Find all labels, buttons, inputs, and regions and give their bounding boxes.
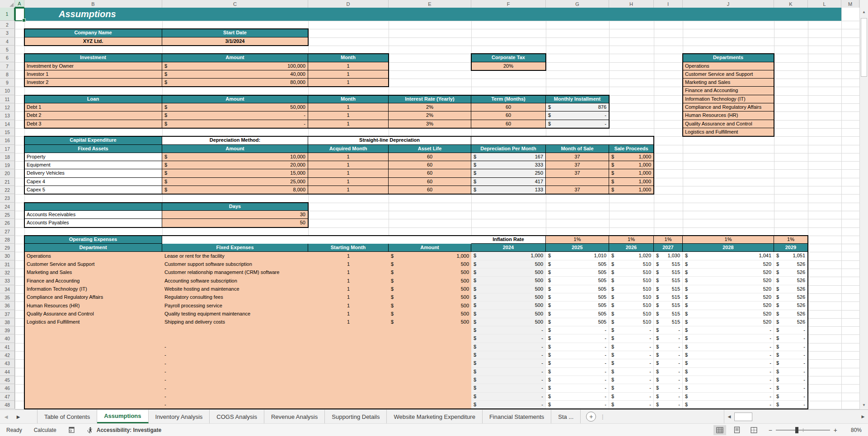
- cell-D30[interactable]: 1: [308, 252, 389, 260]
- cell-K48[interactable]: $-: [774, 401, 808, 409]
- cell-C33[interactable]: Accounting software subscription: [162, 277, 308, 285]
- cell-B11[interactable]: Loan: [24, 95, 162, 103]
- cell-J28[interactable]: 1%: [683, 236, 774, 244]
- row-header-36[interactable]: 36: [0, 301, 15, 310]
- normal-view-icon[interactable]: [713, 425, 726, 435]
- cell-G28[interactable]: 1%: [546, 236, 609, 244]
- cell-D29[interactable]: Starting Month: [308, 244, 389, 252]
- cell-E32[interactable]: $500: [389, 269, 471, 277]
- cell-B44[interactable]: [24, 368, 162, 376]
- row-header-17[interactable]: 17: [0, 145, 15, 153]
- cell-F19[interactable]: $333: [471, 161, 546, 169]
- cell-B40[interactable]: [24, 334, 162, 343]
- cell-K47[interactable]: $-: [774, 393, 808, 401]
- row-header-14[interactable]: 14: [0, 120, 15, 128]
- row-header-4[interactable]: 4: [0, 37, 15, 46]
- row-header-24[interactable]: 24: [0, 203, 15, 211]
- row-header-10[interactable]: 10: [0, 87, 15, 95]
- cell-H43[interactable]: $-: [609, 359, 654, 368]
- cell-H36[interactable]: $510: [609, 301, 654, 310]
- cell-E14[interactable]: 3%: [389, 120, 471, 128]
- cell-C13[interactable]: $-: [162, 111, 308, 120]
- cell-J47[interactable]: $-: [683, 393, 774, 401]
- row-header-42[interactable]: 42: [0, 351, 15, 359]
- cell-D6[interactable]: Month: [308, 54, 389, 62]
- row-header-2[interactable]: 2: [0, 21, 15, 29]
- cell-C48[interactable]: -: [162, 401, 308, 409]
- tab-cogs-analysis[interactable]: COGS Analysis: [210, 410, 264, 423]
- cell-D43[interactable]: [308, 359, 389, 368]
- row-header-45[interactable]: 45: [0, 376, 15, 384]
- row-header-15[interactable]: 15: [0, 128, 15, 136]
- column-header-D[interactable]: D: [308, 0, 389, 8]
- cell-B19[interactable]: Equipment: [24, 161, 162, 169]
- cell-E47[interactable]: [389, 393, 471, 401]
- cell-J10[interactable]: Finance and Accounting: [683, 87, 774, 95]
- cell-I34[interactable]: $515: [654, 285, 683, 293]
- cell-H41[interactable]: $-: [609, 343, 654, 351]
- cell-J37[interactable]: $520: [683, 310, 774, 318]
- cell-E48[interactable]: [389, 401, 471, 409]
- cell-C39[interactable]: [162, 326, 308, 334]
- cell-D41[interactable]: [308, 343, 389, 351]
- row-header-44[interactable]: 44: [0, 368, 15, 376]
- page-break-preview-icon[interactable]: [748, 425, 760, 435]
- row-header-11[interactable]: 11: [0, 95, 15, 103]
- cell-I42[interactable]: $-: [654, 351, 683, 359]
- zoom-in-button[interactable]: +: [830, 427, 841, 434]
- row-header-40[interactable]: 40: [0, 334, 15, 343]
- cell-E38[interactable]: $500: [389, 318, 471, 326]
- cell-B17[interactable]: Fixed Assets: [24, 145, 162, 153]
- cell-E41[interactable]: [389, 343, 471, 351]
- page-layout-view-icon[interactable]: [731, 425, 743, 435]
- cell-I36[interactable]: $515: [654, 301, 683, 310]
- cell-G34[interactable]: $505: [546, 285, 609, 293]
- cell-C18[interactable]: $10,000: [162, 153, 308, 161]
- cell-I37[interactable]: $515: [654, 310, 683, 318]
- cell-H40[interactable]: $-: [609, 334, 654, 343]
- row-header-25[interactable]: 25: [0, 211, 15, 219]
- cell-F41[interactable]: $-: [471, 343, 546, 351]
- cell-H31[interactable]: $510: [609, 260, 654, 269]
- cell-D33[interactable]: 1: [308, 277, 389, 285]
- cell-I35[interactable]: $515: [654, 293, 683, 301]
- cell-J38[interactable]: $520: [683, 318, 774, 326]
- cell-K45[interactable]: $-: [774, 376, 808, 384]
- cell-H19[interactable]: $1,000: [609, 161, 654, 169]
- cell-K40[interactable]: $-: [774, 334, 808, 343]
- cell-B14[interactable]: Debt 3: [24, 120, 162, 128]
- cell-J8[interactable]: Customer Service and Support: [683, 70, 774, 79]
- cell-J34[interactable]: $520: [683, 285, 774, 293]
- cell-E36[interactable]: $500: [389, 301, 471, 310]
- cell-G18[interactable]: 37: [546, 153, 609, 161]
- cell-C20[interactable]: $15,000: [162, 169, 308, 178]
- cell-G43[interactable]: $-: [546, 359, 609, 368]
- cell-E12[interactable]: 2%: [389, 103, 471, 111]
- cell-B28[interactable]: Operating Expenses: [24, 236, 162, 244]
- cell-H38[interactable]: $510: [609, 318, 654, 326]
- cell-E17[interactable]: Asset Life: [389, 145, 471, 153]
- column-header-K[interactable]: K: [774, 0, 808, 8]
- cell-D34[interactable]: 1: [308, 285, 389, 293]
- cell-F7[interactable]: 20%: [471, 62, 546, 70]
- cell-D44[interactable]: [308, 368, 389, 376]
- cell-D22[interactable]: 1: [308, 186, 389, 194]
- tab-table-of-contents[interactable]: Table of Contents: [37, 410, 97, 423]
- cell-H47[interactable]: $-: [609, 393, 654, 401]
- cell-C30[interactable]: Lease or rent for the facility: [162, 252, 308, 260]
- cell-I47[interactable]: $-: [654, 393, 683, 401]
- cell-F48[interactable]: $-: [471, 401, 546, 409]
- cell-H28[interactable]: 1%: [609, 236, 654, 244]
- cell-B41[interactable]: [24, 343, 162, 351]
- cell-G36[interactable]: $505: [546, 301, 609, 310]
- cell-D31[interactable]: 1: [308, 260, 389, 269]
- cell-D36[interactable]: 1: [308, 301, 389, 310]
- row-header-41[interactable]: 41: [0, 343, 15, 351]
- cell-B4[interactable]: XYZ Ltd.: [24, 37, 162, 46]
- cell-D7[interactable]: 1: [308, 62, 389, 70]
- zoom-slider[interactable]: [776, 430, 830, 431]
- cell-B42[interactable]: [24, 351, 162, 359]
- cell-G32[interactable]: $505: [546, 269, 609, 277]
- cell-G12[interactable]: $876: [546, 103, 609, 111]
- column-header-A[interactable]: A: [15, 0, 24, 8]
